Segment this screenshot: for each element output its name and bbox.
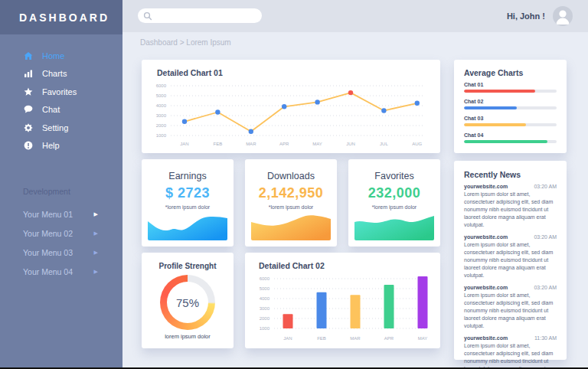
- chevron-right-icon: ▶: [94, 230, 98, 237]
- news-item-header: yourwebsite.com03:20 AM: [464, 234, 557, 240]
- sidebar-item-label: Help: [42, 141, 60, 150]
- svg-text:APR: APR: [384, 336, 394, 341]
- svg-text:2000: 2000: [260, 316, 270, 321]
- search-box[interactable]: [138, 8, 262, 23]
- sidebar-item-home[interactable]: Home: [0, 47, 122, 65]
- svg-text:MAY: MAY: [312, 142, 322, 146]
- detailed-chart-02-card: Detailed Chart 02 6000500040003000200010…: [245, 253, 440, 348]
- sidebar-item-chat[interactable]: Chat: [0, 101, 122, 119]
- sidebar-item-favorites[interactable]: Favorites: [0, 83, 122, 101]
- chevron-right-icon: ▶: [94, 250, 98, 256]
- donut-percent: 75%: [167, 282, 208, 323]
- donut-chart: 75%: [160, 275, 215, 330]
- charts-icon: [24, 69, 33, 78]
- sidebar-item-your-menu-01[interactable]: Your Menu 01▶: [0, 204, 122, 224]
- help-icon: [24, 141, 33, 150]
- progress-fill: [464, 106, 517, 109]
- breadcrumb: Dashboard > Lorem Ipsum: [140, 38, 231, 47]
- average-bar-label: Chat 01: [464, 82, 557, 87]
- star-icon: [24, 87, 33, 96]
- sidebar: DASHBOARD HomeChartsFavoritesChatSetting…: [0, 0, 122, 369]
- svg-text:JAN: JAN: [180, 142, 188, 146]
- sidebar-item-your-menu-03[interactable]: Your Menu 03▶: [0, 243, 122, 262]
- sidebar-item-your-menu-04[interactable]: Your Menu 04▶: [0, 262, 122, 281]
- news-list: yourwebsite.com03:20 AMLorem ipsum dolor…: [464, 184, 557, 369]
- sidebar-item-label: Your Menu 03: [23, 248, 73, 257]
- earnings-value: $ 2723: [142, 185, 234, 201]
- sidebar-item-label: Favorites: [42, 87, 77, 96]
- average-bars: Chat 01Chat 02Chat 03Chat 04: [464, 82, 557, 149]
- svg-text:JUL: JUL: [380, 142, 388, 146]
- news-source: yourwebsite.com: [464, 234, 508, 240]
- avatar[interactable]: [553, 6, 573, 26]
- news-body: Lorem ipsum dolor sit amet, consectetuer…: [464, 241, 557, 279]
- svg-text:1000: 1000: [156, 133, 167, 138]
- profile-strength-card: Profile Strenght 75% lorem ipsum dolor: [142, 253, 234, 348]
- news-timestamp: 03:20 AM: [534, 285, 557, 290]
- sidebar-item-setting[interactable]: Setting: [0, 119, 122, 137]
- sidebar-section-label: Development: [23, 187, 122, 196]
- svg-text:APR: APR: [279, 142, 289, 146]
- star-icon: [23, 87, 33, 96]
- news-item[interactable]: yourwebsite.com03:20 AMLorem ipsum dolor…: [464, 285, 557, 330]
- news-timestamp: 03:20 AM: [534, 234, 557, 240]
- news-body: Lorem ipsum dolor sit amet, consectetuer…: [464, 342, 557, 369]
- svg-text:5000: 5000: [260, 286, 270, 291]
- help-icon: [23, 141, 33, 151]
- sidebar-item-label: Your Menu 01: [23, 210, 73, 219]
- average-charts-title: Average Charts: [464, 68, 523, 77]
- home-icon: [23, 51, 33, 60]
- charts-icon: [23, 69, 33, 79]
- progress-track: [464, 90, 557, 93]
- news-item[interactable]: yourwebsite.com03:20 AMLorem ipsum dolor…: [464, 234, 557, 279]
- average-bar-row: Chat 04: [464, 132, 557, 143]
- svg-text:6000: 6000: [156, 83, 167, 88]
- chart01-title: Detailed Chart 01: [157, 68, 223, 77]
- svg-text:4000: 4000: [260, 296, 270, 301]
- search-input[interactable]: [155, 11, 256, 21]
- earnings-note: *lorem ipsum dolor: [142, 204, 234, 210]
- user-icon: [553, 6, 573, 26]
- svg-text:3000: 3000: [260, 306, 270, 311]
- search-icon: [143, 11, 152, 21]
- recently-news-title: Recently News: [464, 170, 521, 179]
- news-source: yourwebsite.com: [464, 285, 508, 290]
- app-title: DASHBOARD: [19, 11, 109, 24]
- average-charts-card: Average Charts Chat 01Chat 02Chat 03Chat…: [454, 60, 567, 153]
- earnings-wave-chart: [148, 213, 227, 240]
- sidebar-item-your-menu-02[interactable]: Your Menu 02▶: [0, 224, 122, 243]
- progress-track: [464, 106, 557, 109]
- sidebar-item-label: Your Menu 02: [23, 229, 73, 238]
- sidebar-item-charts[interactable]: Charts: [0, 65, 122, 83]
- sidebar-item-help[interactable]: Help: [0, 137, 122, 155]
- topbar: Hi, John !: [122, 0, 588, 32]
- line-chart: 600050004000300020001000JANFEBMARAPRMAYJ…: [151, 78, 431, 150]
- average-bar-label: Chat 03: [464, 116, 557, 121]
- sidebar-item-label: Setting: [42, 123, 68, 132]
- news-item[interactable]: yourwebsite.com03:20 AMLorem ipsum dolor…: [464, 184, 557, 229]
- chart02-title: Detailed Chart 02: [259, 261, 325, 270]
- svg-text:5000: 5000: [156, 93, 167, 98]
- profile-strength-title: Profile Strenght: [142, 262, 234, 270]
- sidebar-item-label: Your Menu 04: [23, 267, 73, 276]
- svg-text:MAY: MAY: [418, 336, 428, 341]
- downloads-card: Downloads 2,142,950 *lorem ipsum dolor: [245, 159, 337, 247]
- svg-text:MAR: MAR: [350, 336, 361, 341]
- news-body: Lorem ipsum dolor sit amet, consectetuer…: [464, 191, 557, 229]
- favorites-value: 232,000: [348, 185, 440, 201]
- average-bar-label: Chat 04: [464, 132, 557, 138]
- chevron-right-icon: ▶: [94, 269, 98, 275]
- svg-text:JAN: JAN: [283, 336, 292, 341]
- app-logo: DASHBOARD: [0, 0, 122, 34]
- gear-icon: [24, 123, 33, 132]
- svg-text:3000: 3000: [156, 113, 167, 118]
- news-source: yourwebsite.com: [464, 335, 508, 341]
- favorites-title: Favorites: [348, 171, 440, 181]
- news-timestamp: 03:20 AM: [534, 184, 557, 189]
- news-source: yourwebsite.com: [464, 184, 508, 189]
- news-body: Lorem ipsum dolor sit amet, consectetuer…: [464, 292, 557, 330]
- news-item[interactable]: yourwebsite.com11:30 AMLorem ipsum dolor…: [464, 335, 557, 369]
- chat-icon: [24, 105, 33, 114]
- svg-text:6000: 6000: [260, 276, 270, 281]
- sidebar-item-label: Home: [42, 51, 64, 60]
